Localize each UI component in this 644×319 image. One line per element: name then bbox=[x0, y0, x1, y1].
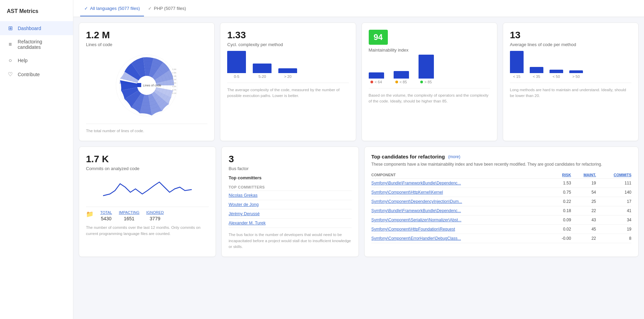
committer-name[interactable]: Wouter de Jong bbox=[229, 200, 351, 209]
tab-php-label: PHP (5077 files) bbox=[154, 6, 186, 11]
refactor-more-link[interactable]: (more) bbox=[448, 154, 460, 159]
card-refactoring: Top candidates for refactoring (more) Th… bbox=[364, 147, 639, 257]
tab-all-check-icon: ✓ bbox=[84, 6, 88, 11]
bar-label: < 15 bbox=[513, 74, 521, 79]
card-loc: 1.2 M Lines of code bbox=[79, 23, 215, 141]
risk-value: 0.09 bbox=[553, 216, 571, 225]
mi-badge: 94 bbox=[369, 30, 388, 45]
bar bbox=[419, 55, 434, 79]
bus-label: Bus factor bbox=[229, 166, 351, 171]
svg-text:0.9K: 0.9K bbox=[172, 82, 176, 84]
bar bbox=[510, 51, 524, 73]
metrics-row-1: 1.2 M Lines of code bbox=[79, 23, 639, 141]
cyclomatic-bar-group: 0-5 bbox=[227, 51, 246, 79]
maint-value: 43 bbox=[571, 216, 596, 225]
loc-chart-container: Lines of code 2.9K 2.6K 2.3K 2.0K 0.9K 0… bbox=[86, 51, 207, 120]
table-row: Symfony\Component\Serializer\Normalizer\… bbox=[371, 216, 632, 225]
refactor-title: Top candidates for refactoring bbox=[371, 154, 445, 160]
component-name[interactable]: Symfony\Bundle\FrameworkBundle\Dependenc… bbox=[371, 206, 553, 216]
component-name[interactable]: Symfony\Component\DependencyInjection\Du… bbox=[371, 197, 553, 206]
sidebar-item-contribute[interactable]: ♡ Contribute bbox=[0, 67, 73, 81]
content-area: 1.2 M Lines of code bbox=[73, 17, 644, 319]
status-dot bbox=[370, 81, 373, 83]
bar bbox=[253, 64, 272, 73]
list-item: Alexander M. Turek bbox=[229, 219, 351, 228]
stat-impacting: IMPACTING 1651 bbox=[119, 210, 139, 221]
component-name[interactable]: Symfony\Component\ErrorHandler\DebugClas… bbox=[371, 234, 553, 243]
refactoring-icon: ≡ bbox=[7, 41, 14, 47]
mi-bar-chart: < 64< 85> 85 bbox=[369, 57, 490, 84]
bar-label: > 50 bbox=[572, 74, 580, 79]
bar-label: 5-20 bbox=[259, 74, 266, 79]
bar-label: > 20 bbox=[284, 74, 292, 79]
stat-impacting-label[interactable]: IMPACTING bbox=[119, 210, 139, 214]
tab-php-check-icon: ✓ bbox=[148, 6, 152, 11]
cyclomatic-desc: The average complexity of the code, meas… bbox=[227, 87, 349, 99]
maint-value: 45 bbox=[571, 225, 596, 234]
component-name[interactable]: Symfony\Component\HttpFoundation\Request bbox=[371, 225, 553, 234]
refactor-col-header[interactable]: COMMITS bbox=[596, 171, 631, 179]
bus-sublabel: Top committers bbox=[229, 175, 351, 180]
card-avg-loc: 13 Average lines of code per method < 15… bbox=[503, 23, 639, 141]
risk-value: -0.00 bbox=[553, 234, 571, 243]
component-name[interactable]: Symfony\Component\Serializer\Normalizer\… bbox=[371, 216, 553, 225]
refactor-header: Top candidates for refactoring (more) bbox=[371, 154, 632, 160]
commits-value: 140 bbox=[596, 188, 631, 197]
table-row: Symfony\Bundle\FrameworkBundle\Dependenc… bbox=[371, 179, 632, 188]
risk-value: 0.75 bbox=[553, 188, 571, 197]
sidebar-item-dashboard[interactable]: ⊞ Dashboard bbox=[0, 21, 73, 35]
tab-bar: ✓ All languages (5077 files) ✓ PHP (5077… bbox=[73, 0, 644, 17]
tab-all-languages[interactable]: ✓ All languages (5077 files) bbox=[80, 1, 144, 16]
commits-value: 17 bbox=[596, 197, 631, 206]
bar bbox=[369, 72, 384, 79]
tab-php[interactable]: ✓ PHP (5077 files) bbox=[144, 1, 190, 16]
mi-bar-group: < 64 bbox=[369, 72, 384, 84]
avg-loc-value: 13 bbox=[510, 30, 631, 41]
risk-value: 0.02 bbox=[553, 225, 571, 234]
bar-label: < 85 bbox=[399, 80, 407, 84]
mi-bar-group: < 85 bbox=[394, 71, 409, 84]
risk-value: 1.53 bbox=[553, 179, 571, 188]
sidebar-item-refactoring[interactable]: ≡ Refactoring candidates bbox=[0, 35, 73, 54]
list-item: Nicolas Grekas bbox=[229, 191, 351, 200]
stat-ignored-label[interactable]: IGNORED bbox=[146, 210, 164, 214]
bar-label: > 85 bbox=[424, 80, 432, 84]
bar-label: < 64 bbox=[375, 80, 382, 84]
cyclomatic-bar-group: > 20 bbox=[278, 68, 297, 79]
stat-total-label[interactable]: TOTAL bbox=[100, 210, 112, 214]
card-cyclomatic: 1.33 Cycl. complexity per method 0-55-20… bbox=[220, 23, 356, 141]
sunburst-svg: Lines of code 2.9K 2.6K 2.3K 2.0K 0.9K 0… bbox=[113, 51, 181, 120]
component-name[interactable]: Symfony\Component\HttpKernel\Kernel bbox=[371, 188, 553, 197]
committer-name[interactable]: Nicolas Grekas bbox=[229, 191, 351, 200]
commits-chart bbox=[86, 175, 209, 203]
mi-bar-group: > 85 bbox=[419, 55, 434, 84]
sidebar-item-help[interactable]: ○ Help bbox=[0, 54, 73, 67]
component-name[interactable]: Symfony\Bundle\FrameworkBundle\Dependenc… bbox=[371, 179, 553, 188]
bar bbox=[550, 70, 563, 73]
bus-desc: The bus factor is the number of develope… bbox=[229, 232, 351, 250]
bar bbox=[569, 70, 583, 73]
bar-label: < 35 bbox=[533, 74, 540, 79]
commits-value: 111 bbox=[596, 179, 631, 188]
committer-name[interactable]: Alexander M. Turek bbox=[229, 219, 351, 228]
risk-value: 0.18 bbox=[553, 206, 571, 216]
committers-table: TOP COMMITTERS Nicolas GrekasWouter de J… bbox=[229, 184, 351, 228]
refactor-col-header[interactable]: MAINT. bbox=[571, 171, 596, 179]
stat-ignored-val: 3779 bbox=[150, 216, 160, 221]
dot-label: < 85 bbox=[395, 80, 407, 84]
sidebar-item-refactoring-label: Refactoring candidates bbox=[18, 39, 66, 50]
svg-text:2.3K: 2.3K bbox=[172, 75, 176, 77]
refactor-col-header[interactable]: RISK bbox=[553, 171, 571, 179]
refactoring-table: COMPONENTRISKMAINT.COMMITS Symfony\Bundl… bbox=[371, 171, 632, 243]
avg-loc-bar-group: > 50 bbox=[569, 70, 583, 79]
commits-label: Commits on analyzed code bbox=[86, 166, 209, 171]
card-bus-factor: 3 Bus factor Top committers TOP COMMITTE… bbox=[221, 147, 358, 257]
cyclomatic-label: Cycl. complexity per method bbox=[227, 42, 349, 47]
committer-name[interactable]: Jérémy Derussé bbox=[229, 209, 351, 219]
loc-value: 1.2 M bbox=[86, 30, 207, 41]
folder-icon: 📁 bbox=[86, 210, 93, 221]
svg-text:2.9K: 2.9K bbox=[172, 68, 176, 70]
table-row: Symfony\Component\HttpFoundation\Request… bbox=[371, 225, 632, 234]
mi-label: Maintainability index bbox=[369, 47, 490, 53]
loc-desc: The total number of lines of code. bbox=[86, 128, 207, 134]
